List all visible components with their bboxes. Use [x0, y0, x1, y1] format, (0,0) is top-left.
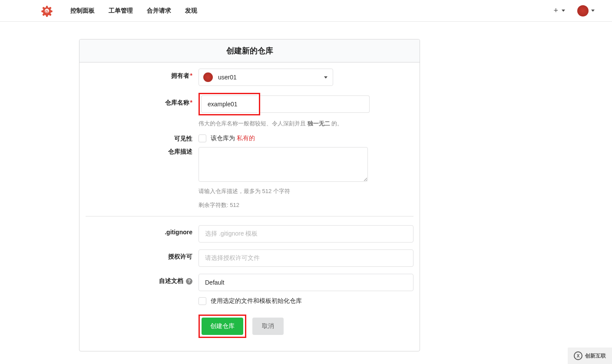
create-repo-form: 创建新的仓库 拥有者* user01 仓库名称* [79, 39, 420, 351]
visibility-label: 可见性 [86, 134, 198, 143]
caret-down-icon [591, 10, 595, 12]
user-menu[interactable] [577, 5, 595, 16]
form-title: 创建新的仓库 [79, 39, 420, 62]
init-repo-checkbox[interactable] [198, 297, 206, 305]
nav-pull-requests[interactable]: 合并请求 [140, 7, 178, 15]
repo-name-highlight [198, 93, 260, 115]
repo-name-input[interactable] [201, 95, 258, 113]
divider [86, 216, 414, 216]
watermark: X 创新互联 [568, 348, 612, 351]
license-select[interactable]: 请选择授权许可文件 [198, 249, 414, 267]
description-help: 请输入仓库描述，最多为 512 个字符 [198, 187, 414, 195]
help-icon[interactable]: ? [186, 278, 192, 285]
caret-down-icon [562, 10, 565, 12]
readme-label: 自述文档? [86, 274, 198, 285]
description-label: 仓库描述 [86, 147, 198, 156]
gitignore-select[interactable]: 选择 .gitignore 模板 [198, 225, 414, 243]
plus-icon: + [553, 6, 558, 15]
license-label: 授权许可 [86, 249, 198, 261]
init-repo-label: 使用选定的文件和模板初始化仓库 [211, 297, 302, 305]
submit-highlight: 创建仓库 [198, 315, 246, 338]
private-checkbox-label: 该仓库为 私有的 [211, 134, 255, 142]
create-repo-button[interactable]: 创建仓库 [202, 318, 243, 335]
top-nav: G 控制面板 工单管理 合并请求 发现 + [0, 0, 612, 22]
user-avatar-icon [577, 5, 589, 16]
private-checkbox[interactable] [198, 134, 206, 142]
nav-dashboard[interactable]: 控制面板 [63, 7, 102, 15]
svg-text:G: G [46, 9, 49, 13]
repo-name-label: 仓库名称* [86, 93, 198, 107]
description-textarea[interactable] [198, 147, 368, 182]
readme-select[interactable]: Default [198, 274, 414, 291]
description-counter: 剩余字符数: 512 [198, 201, 414, 209]
owner-select-value: user01 [218, 74, 237, 81]
owner-select[interactable]: user01 [198, 69, 333, 86]
caret-down-icon [324, 76, 328, 79]
gitignore-label: .gitignore [86, 225, 198, 236]
repo-name-input-extension[interactable] [260, 95, 370, 113]
owner-label: 拥有者* [86, 69, 198, 80]
cancel-button[interactable]: 取消 [252, 318, 284, 335]
nav-explore[interactable]: 发现 [178, 7, 204, 15]
app-logo[interactable]: G [39, 3, 55, 19]
nav-issues[interactable]: 工单管理 [102, 7, 140, 15]
owner-avatar-icon [203, 72, 213, 82]
create-menu[interactable]: + [553, 6, 565, 15]
repo-name-help: 伟大的仓库名称一般都较短、令人深刻并且 独一无二 的。 [198, 120, 414, 128]
